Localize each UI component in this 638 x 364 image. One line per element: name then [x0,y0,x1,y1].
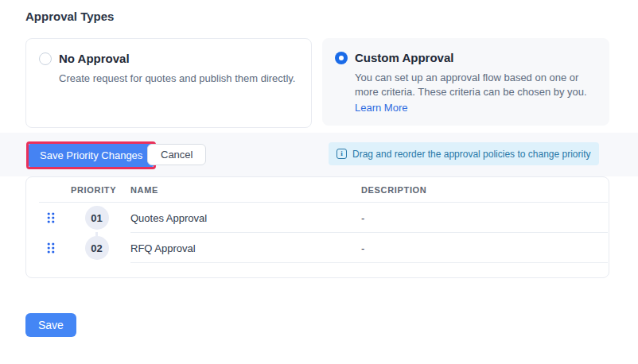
policy-name: RFQ Approval [130,242,361,254]
save-button[interactable]: Save [25,313,76,337]
policy-description: - [361,242,609,254]
info-icon: i [337,149,347,159]
option-description-custom-approval: You can set up an approval flow based on… [355,71,597,99]
policy-name: Quotes Approval [130,212,361,224]
learn-more-link[interactable]: Learn More [355,101,407,115]
approval-policies-table: PRIORITY NAME DESCRIPTION 01 Quotes Appr… [25,176,609,278]
save-priority-changes-button[interactable]: Save Priority Changes [29,144,154,167]
drag-handle[interactable] [39,212,63,223]
option-card-custom-approval[interactable]: Custom Approval You can set up an approv… [322,38,609,126]
drag-handle[interactable] [39,242,63,254]
option-description-no-approval: Create request for quotes and publish th… [59,72,295,86]
table-header-row: PRIORITY NAME DESCRIPTION [39,177,608,203]
priority-badge: 01 [85,206,109,230]
priority-badge: 02 [85,236,109,260]
option-card-no-approval[interactable]: No Approval Create request for quotes an… [25,38,312,128]
drag-dots-icon [47,242,55,254]
annotation-highlight-ring: Save Priority Changes [26,141,156,169]
column-header-description: DESCRIPTION [361,185,608,195]
column-header-name: NAME [130,185,361,195]
table-row: 02 RFQ Approval - [26,233,609,263]
radio-no-approval[interactable] [39,52,52,65]
page-title: Approval Types [25,10,114,23]
column-header-priority: PRIORITY [63,185,130,195]
option-title-custom-approval: Custom Approval [355,50,597,66]
table-row: 01 Quotes Approval - [26,203,609,233]
cancel-button[interactable]: Cancel [147,144,206,165]
drag-reorder-info-banner: i Drag and reorder the approval policies… [329,142,599,165]
option-title-no-approval: No Approval [59,51,295,67]
radio-custom-approval[interactable] [335,52,348,64]
info-banner-text: Drag and reorder the approval policies t… [352,149,591,160]
drag-dots-icon [47,212,55,223]
policy-description: - [361,212,609,224]
